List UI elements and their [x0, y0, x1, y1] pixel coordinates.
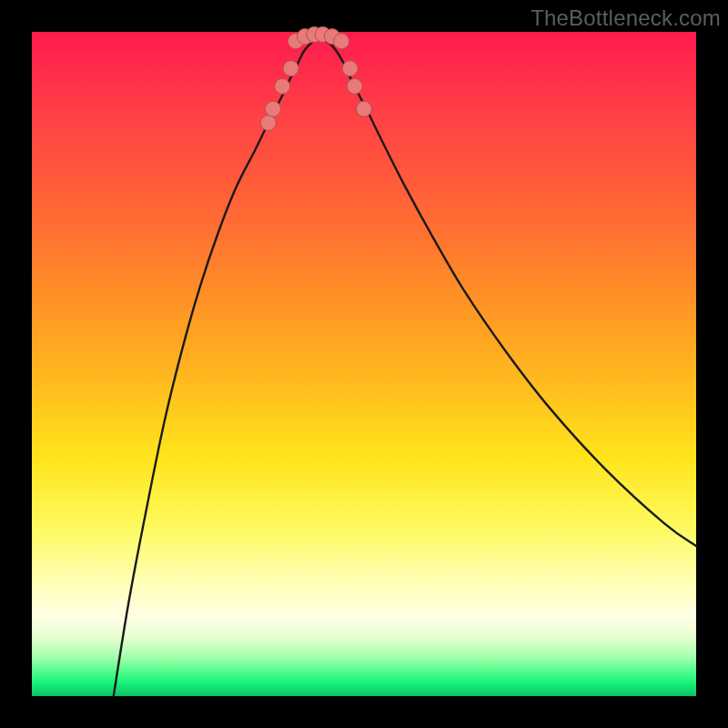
- watermark-text: TheBottleneck.com: [531, 5, 721, 31]
- plot-area: [32, 32, 696, 696]
- chart-svg: [32, 32, 696, 696]
- marker-dot: [357, 101, 372, 116]
- marker-dot: [260, 116, 276, 131]
- series-right-curve: [318, 36, 696, 546]
- marker-dot: [275, 78, 290, 94]
- marker-dot: [283, 61, 298, 76]
- marker-dot: [347, 78, 362, 94]
- marker-dot: [342, 61, 358, 76]
- series-left-curve: [114, 36, 319, 696]
- marker-dot: [334, 34, 349, 49]
- curve-group: [114, 35, 696, 696]
- marker-dot: [265, 101, 280, 116]
- marker-group: [260, 26, 371, 130]
- chart-frame: TheBottleneck.com: [0, 0, 728, 728]
